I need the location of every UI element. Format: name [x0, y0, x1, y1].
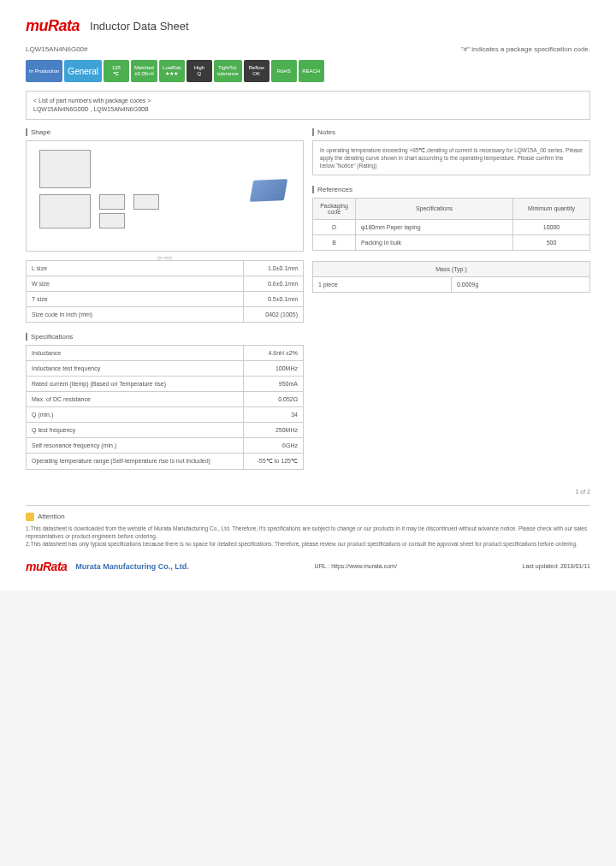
cell: T size	[27, 291, 244, 306]
badges-row: In Production General 125℃ Matched±0.05n…	[26, 60, 590, 82]
cell: 0.6±0.1mm	[244, 276, 304, 291]
cell: W size	[27, 276, 244, 291]
left-column: Shape (in mm) L size1.0±0.1mm W size0.6±…	[26, 128, 304, 480]
cell: D	[313, 219, 356, 234]
badge-reach: REACH	[299, 60, 324, 82]
footer-left: muRata Murata Manufacturing Co., Ltd.	[26, 560, 189, 573]
shape-table: L size1.0±0.1mm W size0.6±0.1mm T size0.…	[26, 260, 304, 323]
cell: 950mA	[244, 376, 304, 391]
cell: Self resonance frequency (min.)	[27, 437, 244, 453]
badge-tight-l2: tolerance	[217, 71, 239, 77]
cell: 100MHz	[244, 360, 304, 376]
badge-lowrdc-l2: ★★★	[165, 71, 178, 77]
cell: Rated current (Itemp) (Based on Temperat…	[27, 376, 244, 391]
table-row: Inductance4.6nH ±2%	[27, 345, 304, 360]
cell: Packaging code	[313, 198, 356, 219]
cell: 6GHz	[244, 437, 304, 453]
last-updated: Last updated: 2018/01/11	[523, 563, 590, 569]
badge-lowrdc-l1: LowRdc	[163, 65, 181, 71]
badge-highq-l2: Q	[198, 71, 202, 77]
table-header-row: Packaging code Specifications Minimum qu…	[313, 198, 590, 219]
table-row: Max. of DC resistance0.052Ω	[27, 391, 304, 406]
table-row: Q test frequency250MHz	[27, 422, 304, 437]
cell: 250MHz	[244, 422, 304, 437]
right-column: Notes In operating temperature exceeding…	[312, 128, 590, 480]
table-row: T size0.5±0.1mm	[27, 291, 304, 306]
badge-rohs: RoHS	[271, 60, 297, 82]
cell: Q test frequency	[27, 422, 244, 437]
table-row: Q (min.)34	[27, 406, 304, 422]
cell: 1 piece	[313, 276, 452, 292]
part-number: LQW15AN4N6G00#	[26, 45, 87, 53]
cell: 0402 (1005)	[244, 306, 304, 322]
package-note: "#" indicates a package specification co…	[461, 45, 590, 53]
cell: 0.5±0.1mm	[244, 291, 304, 306]
cell: Operating temperature range (Self-temper…	[27, 453, 244, 469]
badge-matched-l2: ±0.05nH	[134, 71, 154, 77]
attention-header: Attention	[26, 513, 590, 521]
table-row: B Packing in bulk 500	[313, 234, 590, 250]
attention-label: Attention	[38, 513, 65, 520]
page: muRata Inductor Data Sheet LQW15AN4N6G00…	[0, 0, 616, 590]
badge-general: General	[64, 60, 102, 82]
shape-diagram	[26, 140, 304, 252]
header: muRata Inductor Data Sheet	[26, 17, 590, 35]
part-list-box: < List of part numbers with package code…	[26, 91, 590, 120]
cell: -55℃ to 125℃	[244, 453, 304, 469]
table-row: Operating temperature range (Self-temper…	[27, 453, 304, 469]
part-list-items: LQW15AN4N6G00D , LQW15AN4N6G00B	[33, 105, 583, 114]
badge-tight-l1: TightTol.	[218, 65, 237, 71]
table-row: D φ180mm Paper taping 10000	[313, 219, 590, 234]
table-row: W size0.6±0.1mm	[27, 276, 304, 291]
badge-highq-l1: High	[194, 65, 204, 71]
table-row: Size code in inch (mm)0402 (1005)	[27, 306, 304, 322]
table-row: Inductance test frequency100MHz	[27, 360, 304, 376]
logo: muRata	[26, 17, 80, 35]
cell: 34	[244, 406, 304, 422]
badge-reflow-l2: OK	[252, 71, 260, 77]
table-row: Rated current (Itemp) (Based on Temperat…	[27, 376, 304, 391]
cell: 0.0009g	[452, 276, 590, 292]
cell: 10000	[513, 219, 590, 234]
cell: Packing in bulk	[356, 234, 513, 250]
mass-table: Mass (Typ.) 1 piece 0.0009g	[312, 261, 590, 293]
mass-header: Mass (Typ.)	[313, 261, 590, 276]
table-row: 1 piece 0.0009g	[313, 276, 590, 292]
badge-tight: TightTol.tolerance	[214, 60, 242, 82]
part-list-heading: < List of part numbers with package code…	[33, 97, 583, 105]
footer-url: URL : https://www.murata.com/	[315, 563, 397, 569]
table-row: Self resonance frequency (min.)6GHz	[27, 437, 304, 453]
cell: 500	[513, 234, 590, 250]
badge-matched-l1: Matched	[134, 65, 154, 71]
badge-reflow-l1: Reflow	[248, 65, 264, 71]
cell: Inductance	[27, 345, 244, 360]
attention-text-1: 1.This datasheet is downloaded from the …	[26, 525, 590, 540]
badge-reflow: ReflowOK	[244, 60, 270, 82]
footer-attention: Attention 1.This datasheet is downloaded…	[26, 505, 590, 548]
badge-temp-unit: ℃	[113, 71, 119, 77]
cell: Specifications	[356, 198, 513, 219]
cell: L size	[27, 260, 244, 276]
cell: Inductance test frequency	[27, 360, 244, 376]
section-notes-title: Notes	[312, 128, 590, 136]
company-name: Murata Manufacturing Co., Ltd.	[75, 562, 189, 571]
cell: φ180mm Paper taping	[356, 219, 513, 234]
component-3d-icon	[250, 179, 287, 201]
warning-icon	[26, 513, 34, 521]
badge-highq: HighQ	[187, 60, 212, 82]
cell: 4.6nH ±2%	[244, 345, 304, 360]
notes-box: In operating temperature exceeding +85℃,…	[312, 140, 590, 175]
page-title: Inductor Data Sheet	[90, 20, 189, 33]
section-specs-title: Specifications	[26, 333, 304, 341]
attention-text-2: 2.This datasheet has only typical specif…	[26, 540, 590, 548]
ref-table: Packaging code Specifications Minimum qu…	[312, 198, 590, 251]
cell: Max. of DC resistance	[27, 391, 244, 406]
footer-bottom: muRata Murata Manufacturing Co., Ltd. UR…	[26, 560, 590, 573]
cell: B	[313, 234, 356, 250]
cell: Minimum quantity	[513, 198, 590, 219]
columns: Shape (in mm) L size1.0±0.1mm W size0.6±…	[26, 128, 590, 480]
badge-temp-val: 125	[112, 65, 121, 71]
cell: 0.052Ω	[244, 391, 304, 406]
cell: Q (min.)	[27, 406, 244, 422]
badge-lowrdc: LowRdc★★★	[159, 60, 185, 82]
